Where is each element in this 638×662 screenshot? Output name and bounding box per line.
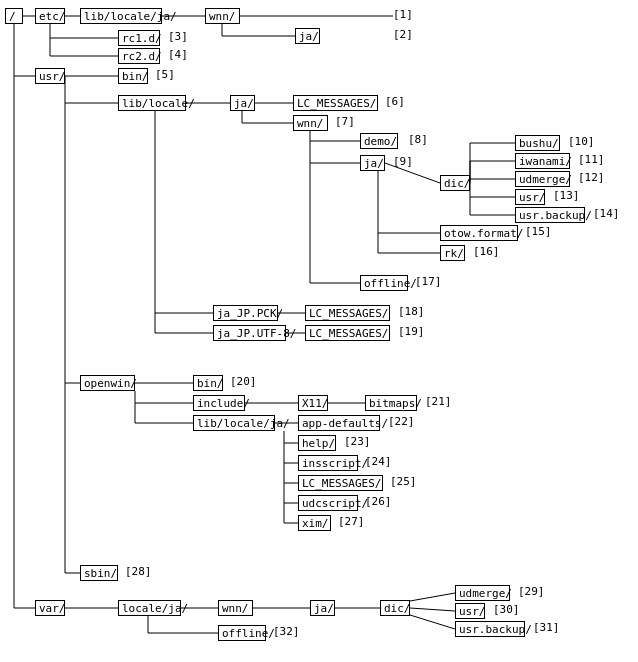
- node-udmerge2: udmerge/: [455, 585, 510, 601]
- node-sbin: sbin/: [80, 565, 118, 581]
- label-3: [3]: [168, 30, 188, 43]
- node-xim: xim/: [298, 515, 331, 531]
- node-lc-messages1: LC_MESSAGES/: [293, 95, 378, 111]
- label-28: [28]: [125, 565, 152, 578]
- label-6: [6]: [385, 95, 405, 108]
- label-26: [26]: [365, 495, 392, 508]
- node-udcscript: udcscript/: [298, 495, 358, 511]
- node-ja-var: ja/: [310, 600, 335, 616]
- node-lc-messages3: LC_MESSAGES/: [305, 325, 390, 341]
- node-iwanami: iwanami/: [515, 153, 570, 169]
- label-17: [17]: [415, 275, 442, 288]
- node-usr: usr/: [35, 68, 65, 84]
- node-bin-usr: bin/: [118, 68, 148, 84]
- label-8: [8]: [408, 133, 428, 146]
- node-lc-messages2: LC_MESSAGES/: [305, 305, 390, 321]
- label-24: [24]: [365, 455, 392, 468]
- label-21: [21]: [425, 395, 452, 408]
- label-2: [2]: [393, 28, 413, 41]
- node-slash: /: [5, 8, 23, 24]
- label-20: [20]: [230, 375, 257, 388]
- node-udmerge1: udmerge/: [515, 171, 570, 187]
- node-x11: X11/: [298, 395, 328, 411]
- label-7: [7]: [335, 115, 355, 128]
- node-usr-var: usr/: [455, 603, 485, 619]
- label-13: [13]: [553, 189, 580, 202]
- node-wnn-top: wnn/: [205, 8, 240, 24]
- node-help: help/: [298, 435, 336, 451]
- label-19: [19]: [398, 325, 425, 338]
- label-27: [27]: [338, 515, 365, 528]
- label-29: [29]: [518, 585, 545, 598]
- node-ja-jp-pck: ja_JP.PCK/: [213, 305, 278, 321]
- diagram-canvas: / etc/ lib/locale/ja/ wnn/ ja/ rc1.d/ rc…: [0, 0, 638, 662]
- label-23: [23]: [344, 435, 371, 448]
- svg-line-77: [410, 615, 455, 629]
- label-12: [12]: [578, 171, 605, 184]
- svg-line-75: [410, 593, 455, 601]
- label-14: [14]: [593, 207, 620, 220]
- label-18: [18]: [398, 305, 425, 318]
- node-lib-locale-ja: lib/locale/ja/: [80, 8, 162, 24]
- node-var: var/: [35, 600, 65, 616]
- node-include: include/: [193, 395, 245, 411]
- node-lib-locale-ja2: lib/locale/ja/: [193, 415, 275, 431]
- node-demo: demo/: [360, 133, 398, 149]
- node-lib-locale: lib/locale/: [118, 95, 186, 111]
- node-ja-jp-utf8: ja_JP.UTF-8/: [213, 325, 286, 341]
- label-16: [16]: [473, 245, 500, 258]
- node-bitmaps: bitmaps/: [365, 395, 417, 411]
- node-rk: rk/: [440, 245, 465, 261]
- node-ja-lc: ja/: [230, 95, 255, 111]
- node-insscript: insscript/: [298, 455, 358, 471]
- label-15: [15]: [525, 225, 552, 238]
- label-11: [11]: [578, 153, 605, 166]
- label-22: [22]: [388, 415, 415, 428]
- label-9: [9]: [393, 155, 413, 168]
- node-app-defaults: app-defaults/: [298, 415, 380, 431]
- node-usr-backup1: usr.backup/: [515, 207, 585, 223]
- node-offline-var: offline/: [218, 625, 266, 641]
- node-usr-backup2: usr.backup/: [455, 621, 525, 637]
- label-1: [1]: [393, 8, 413, 21]
- node-dic-var: dic/: [380, 600, 410, 616]
- node-rc2d: rc2.d/: [118, 48, 160, 64]
- node-ja-wnn: ja/: [360, 155, 385, 171]
- label-30: [30]: [493, 603, 520, 616]
- node-dic: dic/: [440, 175, 470, 191]
- node-rc1d: rc1.d/: [118, 30, 160, 46]
- label-32: [32]: [273, 625, 300, 638]
- label-5: [5]: [155, 68, 175, 81]
- svg-line-76: [410, 608, 455, 611]
- node-bin-openwin: bin/: [193, 375, 223, 391]
- node-usr-dic: usr/: [515, 189, 545, 205]
- node-lc-messages4: LC_MESSAGES/: [298, 475, 383, 491]
- node-etc: etc/: [35, 8, 65, 24]
- label-31: [31]: [533, 621, 560, 634]
- label-25: [25]: [390, 475, 417, 488]
- label-4: [4]: [168, 48, 188, 61]
- node-locale-ja: locale/ja/: [118, 600, 181, 616]
- label-10: [10]: [568, 135, 595, 148]
- node-wnn-lc: wnn/: [293, 115, 328, 131]
- node-offline-ja: offline/: [360, 275, 408, 291]
- node-bushu: bushu/: [515, 135, 560, 151]
- node-ja-1: ja/: [295, 28, 320, 44]
- node-openwin: openwin/: [80, 375, 135, 391]
- node-wnn-var: wnn/: [218, 600, 253, 616]
- node-otow-format: otow.format/: [440, 225, 518, 241]
